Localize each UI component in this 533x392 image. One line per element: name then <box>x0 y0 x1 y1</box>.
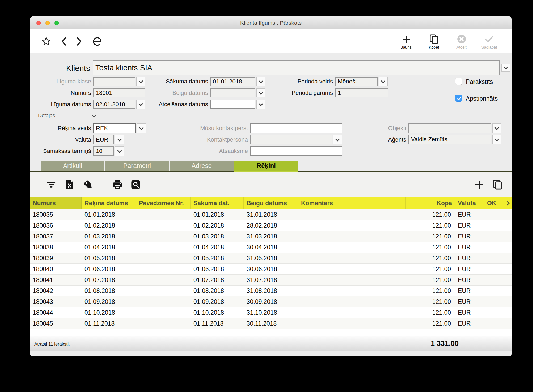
cell-beigu-datums: 31.05.2018 <box>244 253 298 264</box>
cell-scroll-gutter <box>504 307 512 318</box>
duplicate-button[interactable]: Kopēt <box>424 33 444 49</box>
parakstits-checkbox[interactable] <box>455 78 462 85</box>
tab-rekini[interactable]: Rēķini <box>234 161 298 171</box>
favorite-star-icon[interactable] <box>41 36 51 46</box>
close-button[interactable] <box>36 21 41 25</box>
table-row[interactable]: 180039 01.05.2018 01.05.2018 31.05.2018 … <box>30 253 512 264</box>
table-row[interactable]: 180044 01.10.2018 01.10.2018 31.10.2018 … <box>30 307 512 318</box>
titlebar: Klienta līgums : Pārskats <box>30 16 512 29</box>
apstiprinats-checkbox[interactable] <box>455 95 462 102</box>
agents-field[interactable]: Valdis Zemītis <box>408 135 491 144</box>
atcelsanas-datums-label: Atcelšanas datums <box>142 100 208 109</box>
liguma-klase-field[interactable] <box>93 77 135 86</box>
cell-scroll-gutter <box>504 318 512 329</box>
back-icon[interactable] <box>61 37 67 46</box>
atcelsanas-datums-dropdown-button[interactable] <box>256 100 265 109</box>
kontaktpersona-field[interactable] <box>250 135 332 144</box>
rekina-veids-dropdown-button[interactable] <box>137 123 146 133</box>
column-header-beigu-datums[interactable]: Beigu datums <box>244 197 298 209</box>
table-row[interactable]: 180042 01.08.2018 01.08.2018 31.08.2018 … <box>30 286 512 296</box>
cell-kopa: 121.00 <box>406 296 455 307</box>
cell-ok <box>484 275 504 286</box>
cell-komentars <box>298 307 406 318</box>
valuta-field[interactable]: EUR <box>93 135 114 144</box>
sakuma-datums-label: Sākuma datums <box>142 77 208 86</box>
atcelsanas-datums-field[interactable] <box>210 100 255 109</box>
column-header-komentars[interactable]: Komentārs <box>298 197 406 209</box>
column-header-valuta[interactable]: Valūta <box>455 197 484 209</box>
rekina-veids-field[interactable]: REK <box>93 123 136 133</box>
print-icon[interactable] <box>112 179 123 190</box>
cell-numurs: 180037 <box>30 231 82 242</box>
header-scroll-right-chevron-icon[interactable] <box>504 197 512 209</box>
perioda-garums-field[interactable]: 1 <box>335 88 388 97</box>
attachments-paperclip-icon[interactable] <box>92 36 103 47</box>
zoom-button[interactable] <box>54 21 59 25</box>
table-row[interactable]: 180040 01.06.2018 01.06.2018 30.06.2018 … <box>30 264 512 275</box>
sakuma-datums-dropdown-button[interactable] <box>256 77 265 86</box>
sakuma-datums-field[interactable]: 01.01.2018 <box>210 77 255 86</box>
table-row[interactable]: 180041 01.07.2018 01.07.2018 31.07.2018 … <box>30 275 512 286</box>
search-icon[interactable] <box>130 179 142 190</box>
column-header-kopa[interactable]: Kopā <box>406 197 455 209</box>
atsauksme-field[interactable] <box>250 146 342 156</box>
cell-ok <box>484 286 504 296</box>
objekti-dropdown-button[interactable] <box>492 123 501 133</box>
column-header-rekina-datums[interactable]: Rēķina datums <box>82 197 136 209</box>
status-bar: Atrasti 11 ieraksti, 1 331.00 <box>30 336 512 351</box>
table-row[interactable]: 180045 01.11.2018 01.11.2018 30.11.2018 … <box>30 318 512 329</box>
detalas-section-label: Detaļas <box>38 113 55 118</box>
table-row[interactable]: 180035 01.01.2018 01.01.2018 31.01.2018 … <box>30 209 512 220</box>
export-excel-icon[interactable] <box>64 179 75 190</box>
tab-artikuli[interactable]: Artikuli <box>41 161 104 171</box>
duplicate-row-icon[interactable] <box>492 179 503 190</box>
beigu-datums-field[interactable] <box>210 88 255 97</box>
klients-label: Klients <box>30 63 90 73</box>
filter-icon[interactable] <box>45 179 57 190</box>
cell-rekina-datums: 01.10.2018 <box>82 307 136 318</box>
klients-field[interactable]: Testa klients SIA <box>93 60 500 75</box>
column-header-ok[interactable]: OK <box>484 197 504 209</box>
table-row[interactable]: 180037 01.03.2018 01.03.2018 31.03.2018 … <box>30 231 512 242</box>
samaksas-termins-label: Samaksas termiņš <box>30 146 91 156</box>
cell-pavadzimes-nr <box>136 231 191 242</box>
app-window: Klienta līgums : Pārskats Jauns <box>30 16 512 356</box>
cell-scroll-gutter <box>504 209 512 220</box>
cell-numurs: 180039 <box>30 253 82 264</box>
tab-adrese[interactable]: Adrese <box>170 161 234 171</box>
forward-icon[interactable] <box>76 37 82 46</box>
beigu-datums-dropdown-button[interactable] <box>256 88 265 97</box>
perioda-veids-field[interactable]: Mēneši <box>335 77 378 86</box>
minimize-button[interactable] <box>45 21 50 25</box>
new-button[interactable]: Jauns <box>396 33 416 49</box>
cell-sakuma-dat: 01.02.2018 <box>191 220 244 231</box>
samaksas-termins-dropdown-button[interactable] <box>115 146 124 156</box>
musu-kontaktpers-field[interactable] <box>250 123 342 133</box>
valuta-dropdown-button[interactable] <box>115 135 124 144</box>
cell-scroll-gutter <box>504 286 512 296</box>
samaksas-termins-field[interactable]: 10 <box>93 146 114 156</box>
add-row-icon[interactable] <box>473 179 485 190</box>
cell-beigu-datums: 31.10.2018 <box>244 307 298 318</box>
objekti-field[interactable] <box>408 123 491 133</box>
tab-parametri[interactable]: Parametri <box>105 161 169 171</box>
table-row[interactable]: 180043 01.09.2018 01.09.2018 30.09.2018 … <box>30 296 512 307</box>
agents-dropdown-button[interactable] <box>492 135 501 144</box>
cell-scroll-gutter <box>504 253 512 264</box>
cell-pavadzimes-nr <box>136 242 191 253</box>
perioda-veids-dropdown-button[interactable] <box>379 77 388 86</box>
cell-rekina-datums: 01.04.2018 <box>82 242 136 253</box>
cell-kopa: 121.00 <box>406 209 455 220</box>
numurs-field[interactable]: 18001 <box>93 88 145 97</box>
column-header-numurs[interactable]: Numurs <box>30 197 82 209</box>
column-header-sakuma-dat[interactable]: Sākuma dat. <box>191 197 244 209</box>
tag-icon[interactable] <box>82 179 94 190</box>
cell-rekina-datums: 01.11.2018 <box>82 318 136 329</box>
liguma-datums-field[interactable]: 02.01.2018 <box>93 100 135 109</box>
detalas-expander-chevron-icon[interactable] <box>92 114 96 117</box>
cell-kopa: 121.00 <box>406 307 455 318</box>
klients-dropdown-button[interactable] <box>501 64 510 72</box>
column-header-pavadzimes-nr[interactable]: Pavadzīmes Nr. <box>136 197 191 209</box>
table-row[interactable]: 180038 01.04.2018 01.04.2018 30.04.2018 … <box>30 242 512 253</box>
table-row[interactable]: 180036 01.02.2018 01.02.2018 28.02.2018 … <box>30 220 512 231</box>
